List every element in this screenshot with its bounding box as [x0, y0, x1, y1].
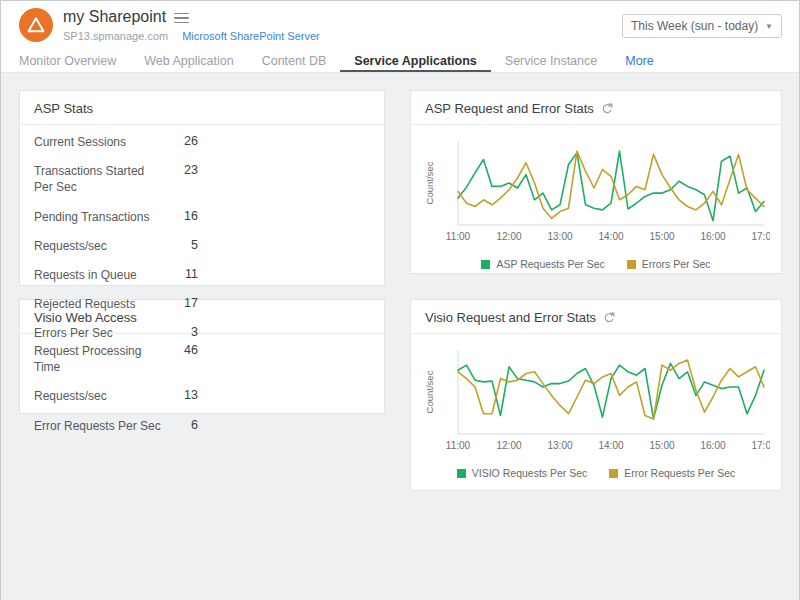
- tab-service-applications[interactable]: Service Applications: [340, 49, 491, 72]
- nav-tabs: Monitor Overview Web Application Content…: [1, 49, 799, 73]
- green-series-swatch: [481, 260, 490, 269]
- legend-item: Errors Per Sec: [627, 258, 711, 270]
- stat-label: Requests in Queue: [34, 267, 162, 283]
- asp-chart-panel: ASP Request and Error Stats 11:0012:0013…: [410, 90, 782, 274]
- monitor-status-logo: [19, 8, 53, 42]
- svg-text:12:00: 12:00: [496, 231, 521, 242]
- stat-value: 13: [162, 388, 198, 402]
- tab-more[interactable]: More: [611, 49, 667, 72]
- legend-item: ASP Requests Per Sec: [481, 258, 604, 270]
- visio-chart-title: Visio Request and Error Stats: [425, 310, 596, 325]
- stat-label: Current Sessions: [34, 134, 162, 150]
- asp-chart-legend: ASP Requests Per Sec Errors Per Sec: [411, 258, 781, 270]
- stat-label: Pending Transactions: [34, 209, 162, 225]
- title-block: my Sharepoint SP13.spmanage.com Microsof…: [63, 8, 320, 42]
- page-title: my Sharepoint: [63, 8, 166, 26]
- visio-chart-legend: VISIO Requests Per Sec Error Requests Pe…: [411, 467, 781, 479]
- svg-text:Count/sec: Count/sec: [424, 161, 435, 204]
- tab-web-application[interactable]: Web Application: [130, 49, 247, 72]
- svg-text:15:00: 15:00: [649, 231, 674, 242]
- svg-text:13:00: 13:00: [547, 440, 572, 451]
- stat-value: 6: [162, 418, 198, 432]
- stat-value: 17: [162, 296, 198, 310]
- table-row: Current Sessions 26: [34, 127, 370, 156]
- asp-chart-title: ASP Request and Error Stats: [425, 101, 594, 116]
- stat-label: Requests/sec: [34, 238, 162, 254]
- time-range-value: This Week (sun - today): [631, 19, 758, 33]
- stat-label: Transactions Started Per Sec: [34, 163, 162, 195]
- stat-value: 3: [162, 325, 198, 339]
- table-row: Requests/sec 5: [34, 231, 370, 260]
- table-row: Transactions Started Per Sec 23: [34, 156, 370, 201]
- svg-text:Count/sec: Count/sec: [424, 370, 435, 413]
- svg-text:17:0..: 17:0..: [751, 440, 770, 451]
- svg-text:14:00: 14:00: [598, 231, 623, 242]
- svg-text:11:00: 11:00: [446, 231, 471, 242]
- open-chart-icon[interactable]: [601, 103, 613, 115]
- stat-label: Requests/sec: [34, 388, 162, 404]
- asp-stats-title: ASP Stats: [20, 91, 384, 125]
- chevron-down-icon: ▼: [765, 22, 773, 31]
- legend-label: ASP Requests Per Sec: [496, 258, 604, 270]
- table-row: Pending Transactions 16: [34, 202, 370, 231]
- warning-triangle-icon: [26, 16, 46, 34]
- green-series-swatch: [457, 469, 466, 478]
- svg-text:13:00: 13:00: [547, 231, 572, 242]
- legend-label: Errors Per Sec: [642, 258, 711, 270]
- svg-text:14:00: 14:00: [598, 440, 623, 451]
- legend-label: VISIO Requests Per Sec: [472, 467, 588, 479]
- legend-item: Error Requests Per Sec: [609, 467, 735, 479]
- svg-text:17:0..: 17:0..: [751, 231, 770, 242]
- stat-value: 23: [162, 163, 198, 177]
- stat-value: 16: [162, 209, 198, 223]
- tab-monitor-overview[interactable]: Monitor Overview: [19, 49, 130, 72]
- visio-chart-panel: Visio Request and Error Stats 11:0012:00…: [410, 299, 782, 491]
- header: my Sharepoint SP13.spmanage.com Microsof…: [1, 1, 799, 49]
- gold-series-swatch: [627, 260, 636, 269]
- content-area: ASP Stats Current Sessions 26 Transactio…: [1, 73, 799, 600]
- table-row: Requests/sec 13: [34, 381, 370, 410]
- stat-label: Errors Per Sec: [34, 325, 162, 341]
- svg-text:15:00: 15:00: [649, 440, 674, 451]
- open-chart-icon[interactable]: [603, 312, 615, 324]
- stat-value: 5: [162, 238, 198, 252]
- table-row: Request Processing Time 46: [34, 336, 370, 381]
- gold-series-swatch: [609, 469, 618, 478]
- table-row: Error Requests Per Sec 6: [34, 411, 370, 440]
- svg-text:16:00: 16:00: [700, 231, 725, 242]
- sharepoint-server-link[interactable]: Microsoft SharePoint Server: [182, 30, 320, 42]
- visio-chart: 11:0012:0013:0014:0015:0016:0017:0..Coun…: [422, 342, 770, 460]
- asp-chart: 11:0012:0013:0014:0015:0016:0017:0..Coun…: [422, 133, 770, 251]
- hamburger-menu-icon[interactable]: [174, 11, 189, 24]
- svg-text:16:00: 16:00: [700, 440, 725, 451]
- visio-web-access-panel: Visio Web Access Request Processing Time…: [19, 299, 385, 414]
- svg-text:12:00: 12:00: [496, 440, 521, 451]
- stat-value: 26: [162, 134, 198, 148]
- legend-label: Error Requests Per Sec: [624, 467, 735, 479]
- stat-value: 46: [162, 343, 198, 357]
- stat-label: Error Requests Per Sec: [34, 418, 162, 434]
- tab-service-instance[interactable]: Service Instance: [491, 49, 611, 72]
- monitor-host: SP13.spmanage.com: [63, 30, 168, 42]
- tab-content-db[interactable]: Content DB: [248, 49, 341, 72]
- table-row: Requests in Queue 11: [34, 260, 370, 289]
- asp-stats-panel: ASP Stats Current Sessions 26 Transactio…: [19, 90, 385, 286]
- right-column: ASP Request and Error Stats 11:0012:0013…: [410, 90, 782, 491]
- app-window: my Sharepoint SP13.spmanage.com Microsof…: [0, 0, 800, 600]
- legend-item: VISIO Requests Per Sec: [457, 467, 588, 479]
- svg-text:11:00: 11:00: [446, 440, 471, 451]
- stat-label: Request Processing Time: [34, 343, 162, 375]
- left-column: ASP Stats Current Sessions 26 Transactio…: [19, 90, 385, 414]
- stat-value: 11: [162, 267, 198, 281]
- time-range-dropdown[interactable]: This Week (sun - today) ▼: [622, 14, 782, 38]
